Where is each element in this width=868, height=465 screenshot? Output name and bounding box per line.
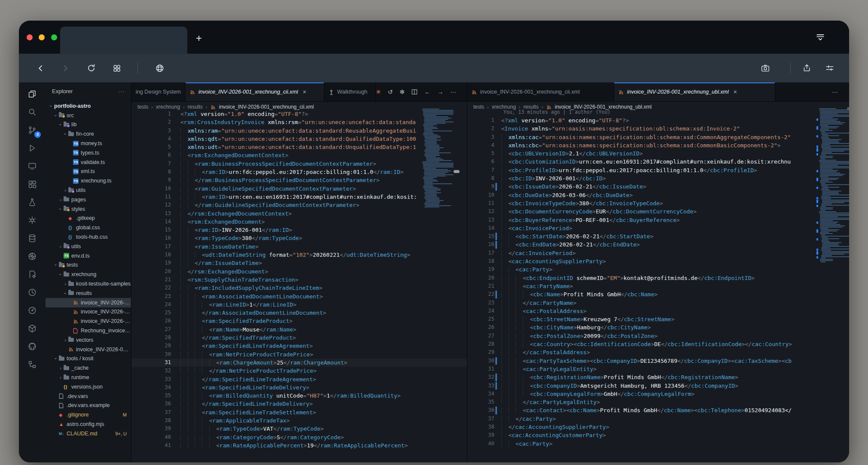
tree-folder-utils[interactable]: ›utils (46, 242, 131, 251)
tree-file-invoice-inv-2026-001-[interactable]: invoice_INV-2026-001_... (46, 298, 131, 307)
history-icon[interactable]: ↺ (388, 88, 393, 95)
forward-icon[interactable] (57, 54, 74, 82)
search-icon[interactable] (27, 107, 38, 117)
github-icon[interactable] (27, 341, 38, 352)
browser-tab[interactable] (60, 27, 187, 54)
tree-folder-utils[interactable]: ›utils (46, 185, 131, 195)
reload-icon[interactable] (82, 54, 100, 82)
traffic-light-minimize-icon[interactable] (39, 34, 45, 40)
tree-folder-runtime[interactable]: ›runtime (46, 373, 131, 382)
tree-file--gitkeep[interactable]: ◆.gitkeep (46, 214, 131, 223)
database-icon[interactable] (27, 233, 38, 243)
tree-file-invoice-inv-2026-001-xr-[interactable]: invoice_INV-2026-001_xr... (46, 345, 131, 354)
tab-invoice-inv-2026-001-xrechnung-ubl-xml[interactable]: invoice_INV-2026-001_xrechnung_ubl.xml× (614, 82, 775, 101)
breadcrumb-item[interactable]: xrechnung (156, 104, 180, 110)
tree-item-label: types.ts (81, 150, 99, 156)
tree-file--dev-vars-example[interactable]: .dev.vars.example (46, 401, 131, 410)
tree-item-label: invoice_INV-2026-001_xr... (76, 346, 131, 353)
tree-folder-xrechnung[interactable]: ›xrechnung (46, 270, 131, 279)
ai-swirl-icon[interactable]: ✻ (399, 88, 405, 95)
tree-folder-results[interactable]: ›results (46, 289, 131, 298)
tree-file-global-css[interactable]: {}global.css (46, 223, 131, 232)
explorer-more-icon[interactable]: ··· (118, 88, 125, 94)
tree-file-validate-ts[interactable]: TSvalidate.ts (46, 158, 131, 167)
tree-file-tools-hub-css[interactable]: {}tools-hub.css (46, 232, 131, 242)
feed-icon (73, 300, 81, 305)
tree-file--dev-vars[interactable]: .dev.vars (46, 392, 131, 401)
downloads-menu-icon[interactable] (815, 32, 826, 43)
code-editor[interactable]: You, 13 minutes ago | 1 author (You)1<?x… (467, 108, 849, 448)
arrow-left-icon[interactable]: ← (424, 88, 430, 95)
wheel-icon[interactable] (27, 251, 38, 261)
minimap-line (821, 152, 831, 153)
tree-folder-pages[interactable]: ›pages (46, 195, 131, 204)
tree-file-versions-json[interactable]: {}versions.json (46, 382, 131, 392)
tree-folder-styles[interactable]: ›styles (46, 204, 131, 214)
arrow-right-icon[interactable]: → (437, 88, 443, 95)
scrollbar-thumb[interactable] (847, 107, 849, 110)
tab-invoice-inv-2026-001-xrechnung-cii-xml[interactable]: invoice_INV-2026-001_xrechnung_cii.xml (467, 82, 614, 101)
tree-folder-lib[interactable]: ›lib (46, 120, 131, 130)
split-editor-icon[interactable] (411, 89, 417, 95)
tree-file-types-ts[interactable]: TStypes.ts (46, 148, 131, 158)
tree-file-money-ts[interactable]: TSmoney.ts (46, 139, 131, 148)
sash-handle[interactable] (454, 170, 460, 173)
minimap-line (821, 205, 849, 206)
gauge-icon[interactable] (27, 305, 38, 316)
org-icon[interactable] (27, 359, 38, 370)
beaker-icon[interactable] (27, 197, 38, 207)
more-icon[interactable]: ··· (450, 88, 456, 95)
traffic-light-close-icon[interactable] (27, 34, 33, 40)
tree-folder-portfolio-astro[interactable]: ›portfolio-astro (46, 101, 131, 111)
tree-file-xml-ts[interactable]: TSxml.ts (46, 167, 131, 176)
tree-file-claude-md[interactable]: M↓CLAUDE.md9+, U (46, 429, 131, 438)
extensions-icon[interactable] (27, 179, 38, 189)
tree-file-astro-config-mjs[interactable]: ▲astro.config.mjs (46, 419, 131, 429)
tree-folder-vectors[interactable]: ›vectors (46, 335, 131, 345)
tab-grid-icon[interactable] (108, 54, 125, 82)
tab-ing-design-system-lint[interactable]: ing Design System Lint (131, 82, 186, 101)
tab-invoice-inv-2026-001-xrechnung-cii-xml[interactable]: invoice_INV-2026-001_xrechnung_cii.xml× (186, 82, 324, 101)
tree-folder-kosit-testsuite-samples[interactable]: ›kosit-testsuite-samples (46, 279, 131, 289)
monitor-icon[interactable] (27, 161, 38, 171)
git-branch-icon[interactable]: 3 (27, 125, 38, 135)
traffic-light-maximize-icon[interactable] (51, 34, 57, 40)
debug-play-icon[interactable] (27, 143, 38, 153)
tree-folder-src[interactable]: ›src (46, 111, 131, 120)
clock-icon[interactable] (27, 287, 38, 298)
ts-icon: TS (73, 169, 81, 174)
swirl-icon[interactable] (27, 215, 38, 225)
tree-folder--cache[interactable]: ›_cache (46, 363, 131, 373)
more-icon[interactable]: ··· (832, 88, 838, 95)
tree-folder-tools-kosit[interactable]: ›tools / kosit (46, 354, 131, 364)
breadcrumb-file[interactable]: invoice_INV-2026-001_xrechnung_cii.xml (219, 104, 314, 110)
line-number: 31 (467, 365, 494, 373)
new-tab-button[interactable]: + (192, 32, 205, 45)
close-icon[interactable]: × (734, 88, 737, 95)
minimap[interactable] (422, 109, 456, 208)
files-icon[interactable] (27, 89, 38, 99)
share-icon[interactable] (798, 54, 815, 82)
minimap-line (820, 111, 849, 112)
tree-folder-fin-core[interactable]: ›fin-core (46, 129, 131, 139)
settings-sliders-icon[interactable] (821, 54, 838, 82)
close-icon[interactable]: × (303, 88, 306, 95)
breadcrumb-item[interactable]: results (188, 104, 203, 110)
tree-file-invoice-inv-2026-001-[interactable]: invoice_INV-2026-001_... (46, 307, 131, 317)
camera-icon[interactable] (757, 54, 774, 82)
tab-walkthrough[interactable]: Walkthrough (324, 82, 376, 101)
breadcrumb-item[interactable]: tests (137, 104, 148, 110)
tree-file-env-d-ts[interactable]: TSenv.d.ts (46, 251, 131, 261)
tree-file-xrechnung-ts[interactable]: TSxrechnung.ts (46, 176, 131, 185)
tree-file-invoice-inv-2026-003-[interactable]: invoice_INV-2026-003_... (46, 316, 131, 326)
tree-file-rechnung-invoice-inv-[interactable]: Rechnung_invoice_INV... (46, 326, 131, 335)
minimap[interactable] (819, 108, 849, 263)
file-gear-icon[interactable] (27, 269, 38, 280)
globe-icon[interactable] (151, 54, 168, 82)
tree-folder-tests[interactable]: ›tests (46, 261, 131, 270)
code-editor[interactable]: 1<?xml version="1.0" encoding="UTF-8"?>2… (131, 110, 467, 450)
cube-icon[interactable] (27, 323, 38, 334)
back-icon[interactable] (32, 54, 49, 82)
tree-file--gitignore[interactable]: ◆.gitignoreM (46, 410, 131, 419)
starburst-icon[interactable]: ✳ (376, 88, 381, 95)
